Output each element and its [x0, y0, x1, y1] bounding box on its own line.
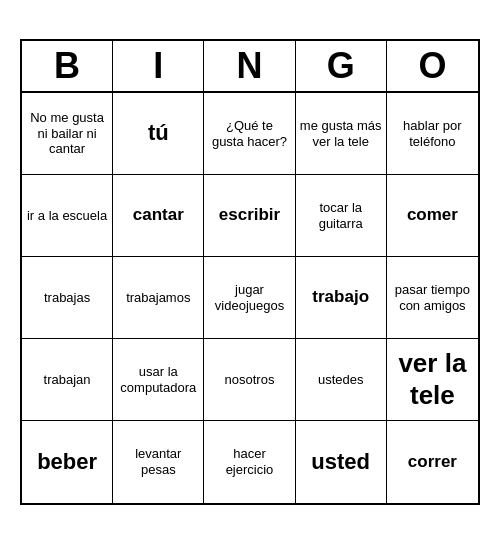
- header-letter-o: O: [387, 41, 478, 91]
- bingo-cell-14: pasar tiempo con amigos: [387, 257, 478, 339]
- bingo-cell-6: cantar: [113, 175, 204, 257]
- header-letter-i: I: [113, 41, 204, 91]
- cell-text-21: levantar pesas: [117, 446, 199, 477]
- bingo-cell-22: hacer ejercicio: [204, 421, 295, 503]
- cell-text-24: correr: [408, 452, 457, 472]
- bingo-cell-5: ir a la escuela: [22, 175, 113, 257]
- bingo-cell-7: escribir: [204, 175, 295, 257]
- cell-text-9: comer: [407, 205, 458, 225]
- cell-text-17: nosotros: [225, 372, 275, 388]
- cell-text-23: usted: [311, 449, 370, 475]
- cell-text-5: ir a la escuela: [27, 208, 107, 224]
- cell-text-12: jugar videojuegos: [208, 282, 290, 313]
- cell-text-11: trabajamos: [126, 290, 190, 306]
- cell-text-15: trabajan: [44, 372, 91, 388]
- cell-text-13: trabajo: [312, 287, 369, 307]
- cell-text-16: usar la computadora: [117, 364, 199, 395]
- bingo-cell-24: correr: [387, 421, 478, 503]
- bingo-cell-3: me gusta más ver la tele: [296, 93, 387, 175]
- bingo-cell-13: trabajo: [296, 257, 387, 339]
- bingo-cell-16: usar la computadora: [113, 339, 204, 421]
- bingo-cell-2: ¿Qué te gusta hacer?: [204, 93, 295, 175]
- bingo-cell-8: tocar la guitarra: [296, 175, 387, 257]
- cell-text-7: escribir: [219, 205, 280, 225]
- bingo-header: BINGO: [22, 41, 478, 93]
- header-letter-b: B: [22, 41, 113, 91]
- bingo-cell-17: nosotros: [204, 339, 295, 421]
- bingo-cell-9: comer: [387, 175, 478, 257]
- bingo-cell-0: No me gusta ni bailar ni cantar: [22, 93, 113, 175]
- bingo-cell-10: trabajas: [22, 257, 113, 339]
- header-letter-g: G: [296, 41, 387, 91]
- cell-text-6: cantar: [133, 205, 184, 225]
- bingo-cell-18: ustedes: [296, 339, 387, 421]
- bingo-cell-11: trabajamos: [113, 257, 204, 339]
- bingo-cell-21: levantar pesas: [113, 421, 204, 503]
- cell-text-3: me gusta más ver la tele: [300, 118, 382, 149]
- cell-text-14: pasar tiempo con amigos: [391, 282, 474, 313]
- cell-text-18: ustedes: [318, 372, 364, 388]
- bingo-cell-23: usted: [296, 421, 387, 503]
- cell-text-10: trabajas: [44, 290, 90, 306]
- cell-text-4: hablar por teléfono: [391, 118, 474, 149]
- cell-text-8: tocar la guitarra: [300, 200, 382, 231]
- header-letter-n: N: [204, 41, 295, 91]
- bingo-cell-20: beber: [22, 421, 113, 503]
- bingo-cell-15: trabajan: [22, 339, 113, 421]
- cell-text-19: ver la tele: [391, 348, 474, 410]
- cell-text-22: hacer ejercicio: [208, 446, 290, 477]
- bingo-cell-19: ver la tele: [387, 339, 478, 421]
- cell-text-20: beber: [37, 449, 97, 475]
- bingo-cell-1: tú: [113, 93, 204, 175]
- bingo-cell-4: hablar por teléfono: [387, 93, 478, 175]
- cell-text-0: No me gusta ni bailar ni cantar: [26, 110, 108, 157]
- bingo-cell-12: jugar videojuegos: [204, 257, 295, 339]
- cell-text-1: tú: [148, 120, 169, 146]
- bingo-grid: No me gusta ni bailar ni cantartú¿Qué te…: [22, 93, 478, 503]
- cell-text-2: ¿Qué te gusta hacer?: [208, 118, 290, 149]
- bingo-card: BINGO No me gusta ni bailar ni cantartú¿…: [20, 39, 480, 505]
